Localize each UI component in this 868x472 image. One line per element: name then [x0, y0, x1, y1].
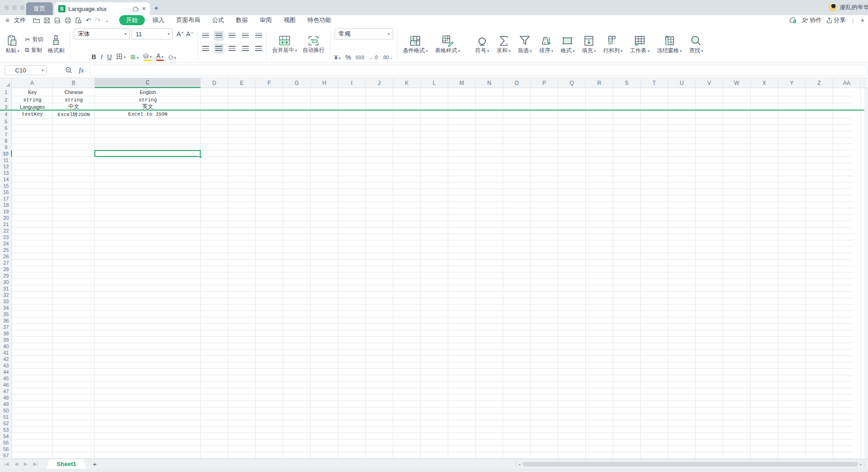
- window-minimize-button[interactable]: [12, 5, 17, 10]
- menu-file[interactable]: 文件: [14, 16, 26, 24]
- row-header-20[interactable]: 20: [0, 215, 12, 221]
- row-header-35[interactable]: 35: [0, 311, 12, 317]
- menu-tab-页面布局[interactable]: 页面布局: [170, 15, 206, 25]
- cell-A1[interactable]: Key: [12, 88, 53, 96]
- font-name-select[interactable]: 宋体▾: [74, 28, 130, 39]
- cut-button[interactable]: ✂剪切: [25, 36, 44, 44]
- column-header-P[interactable]: P: [531, 78, 558, 88]
- column-header-O[interactable]: O: [503, 78, 531, 88]
- column-header-S[interactable]: S: [613, 78, 641, 88]
- redo-icon[interactable]: ↷: [95, 17, 101, 24]
- decrease-decimal-button[interactable]: .00→: [382, 55, 393, 60]
- cloud-sync-icon[interactable]: [789, 17, 797, 23]
- column-header-T[interactable]: T: [641, 78, 668, 88]
- cell-B1[interactable]: Chinese: [53, 88, 95, 96]
- row-header-56[interactable]: 56: [0, 446, 12, 452]
- menu-tab-数据[interactable]: 数据: [230, 15, 254, 25]
- merge-center-button[interactable]: 合并居中▾: [269, 34, 300, 55]
- row-header-48[interactable]: 48: [0, 394, 12, 401]
- column-header-L[interactable]: L: [421, 78, 448, 88]
- cell-B3[interactable]: 中文: [53, 103, 95, 110]
- align-center-button[interactable]: [214, 44, 224, 54]
- row-header-46[interactable]: 46: [0, 382, 12, 388]
- close-tab-icon[interactable]: ✕: [142, 6, 146, 12]
- sheet-nav-icon-0[interactable]: |◀: [4, 461, 9, 467]
- row-header-15[interactable]: 15: [0, 183, 12, 189]
- print-preview-icon[interactable]: [75, 17, 82, 23]
- row-header-4[interactable]: 4: [0, 110, 12, 118]
- spreadsheet-grid[interactable]: ABCDEFGHIJKLMNOPQRSTUVWXYZAA123456789101…: [0, 78, 868, 459]
- draw-border-button[interactable]: ⊞▾: [130, 53, 138, 61]
- freeze-button[interactable]: 冻结窗格▾: [654, 34, 685, 56]
- row-header-32[interactable]: 32: [0, 292, 12, 298]
- row-header-11[interactable]: 11: [0, 157, 12, 163]
- cell-A4[interactable]: testKey: [12, 110, 53, 118]
- column-header-K[interactable]: K: [393, 78, 421, 88]
- row-header-31[interactable]: 31: [0, 285, 12, 292]
- text-orientation-button[interactable]: [254, 44, 264, 54]
- cell-B2[interactable]: string: [53, 96, 95, 103]
- row-header-27[interactable]: 27: [0, 260, 12, 266]
- column-header-R[interactable]: R: [586, 78, 613, 88]
- row-header-51[interactable]: 51: [0, 414, 12, 420]
- column-header-A[interactable]: A: [12, 78, 53, 88]
- row-header-44[interactable]: 44: [0, 369, 12, 375]
- row-header-53[interactable]: 53: [0, 427, 12, 433]
- print-icon[interactable]: [65, 17, 71, 23]
- row-header-14[interactable]: 14: [0, 176, 12, 183]
- window-close-button[interactable]: [4, 5, 9, 10]
- collapse-ribbon-icon[interactable]: ∧: [861, 17, 864, 23]
- column-header-Z[interactable]: Z: [806, 78, 833, 88]
- row-header-26[interactable]: 26: [0, 253, 12, 260]
- row-header-43[interactable]: 43: [0, 362, 12, 369]
- filter-button[interactable]: 筛选▾: [515, 34, 535, 56]
- align-right-button[interactable]: [227, 44, 237, 54]
- formula-input[interactable]: [90, 65, 867, 76]
- table-style-button[interactable]: 表格样式▾: [433, 34, 463, 56]
- find-button[interactable]: 查找▾: [687, 34, 706, 56]
- collaborate-button[interactable]: 协作: [802, 16, 822, 24]
- menu-tab-视图[interactable]: 视图: [278, 15, 302, 25]
- row-header-40[interactable]: 40: [0, 343, 12, 350]
- name-box[interactable]: C10 ▾: [5, 65, 47, 75]
- column-header-E[interactable]: E: [228, 78, 256, 88]
- cell-C3[interactable]: 英文: [95, 103, 201, 110]
- row-header-21[interactable]: 21: [0, 221, 12, 228]
- column-header-J[interactable]: J: [366, 78, 393, 88]
- row-header-7[interactable]: 7: [0, 131, 12, 138]
- increase-indent-button[interactable]: [254, 31, 264, 41]
- row-header-42[interactable]: 42: [0, 356, 12, 362]
- row-header-29[interactable]: 29: [0, 272, 12, 279]
- increase-decimal-button[interactable]: ←.0: [369, 55, 378, 60]
- sort-button[interactable]: 09排序▾: [537, 34, 556, 56]
- avatar[interactable]: [829, 3, 837, 11]
- window-zoom-button[interactable]: [20, 5, 25, 10]
- row-header-25[interactable]: 25: [0, 247, 12, 253]
- row-header-30[interactable]: 30: [0, 279, 12, 285]
- column-header-G[interactable]: G: [283, 78, 311, 88]
- copy-button[interactable]: ⧉复制: [25, 46, 44, 54]
- selection-fill-handle[interactable]: [199, 155, 202, 158]
- currency-format-button[interactable]: ¥▾: [334, 54, 341, 61]
- export-pdf-icon[interactable]: PDF: [54, 17, 60, 23]
- row-header-41[interactable]: 41: [0, 350, 12, 356]
- column-header-AA[interactable]: AA: [833, 78, 861, 88]
- cell-A2[interactable]: string: [12, 96, 53, 103]
- column-header-V[interactable]: V: [696, 78, 723, 88]
- qat-dropdown-icon[interactable]: ⌄: [105, 17, 109, 23]
- menu-tab-插入[interactable]: 插入: [147, 15, 170, 25]
- row-header-5[interactable]: 5: [0, 118, 12, 125]
- italic-button[interactable]: I: [101, 53, 103, 61]
- tab-home[interactable]: 首页: [26, 2, 53, 15]
- decrease-indent-button[interactable]: [241, 31, 250, 41]
- save-icon[interactable]: [44, 17, 50, 23]
- sheet-tab-sheet1[interactable]: Sheet1: [47, 459, 87, 469]
- row-header-50[interactable]: 50: [0, 407, 12, 414]
- vertical-scrollbar[interactable]: [864, 88, 868, 459]
- row-header-49[interactable]: 49: [0, 401, 12, 407]
- row-header-2[interactable]: 2: [0, 96, 12, 103]
- menu-tab-特色功能[interactable]: 特色功能: [302, 15, 337, 25]
- select-all-corner[interactable]: [0, 78, 12, 88]
- menu-tab-公式[interactable]: 公式: [206, 15, 230, 25]
- number-format-select[interactable]: 常规▾: [335, 28, 393, 39]
